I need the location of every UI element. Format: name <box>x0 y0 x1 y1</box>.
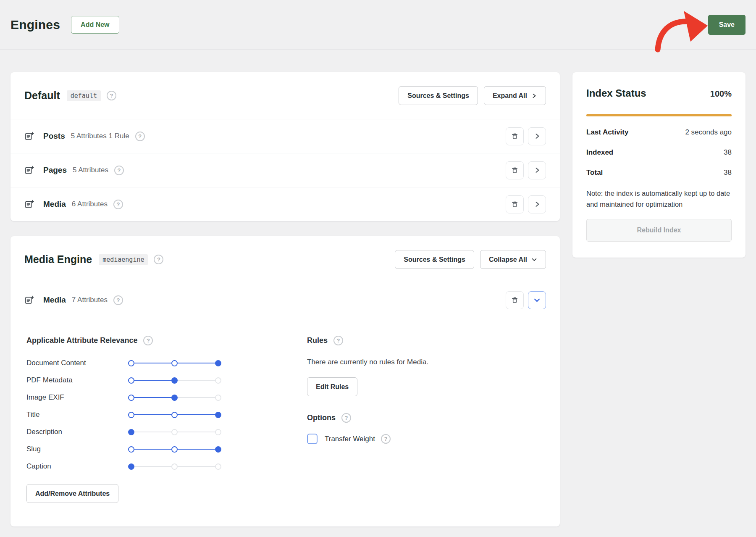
attribute-label: Image EXIF <box>26 393 128 402</box>
relevance-slider[interactable] <box>128 463 221 470</box>
engine-slug-tag: mediaengine <box>99 254 148 265</box>
chevron-right-icon <box>531 93 537 99</box>
transfer-weight-label: Transfer Weight <box>325 435 375 443</box>
index-progress-percent: 100% <box>710 89 732 99</box>
help-icon[interactable]: ? <box>113 200 123 209</box>
attribute-relevance-row: Description <box>26 427 307 437</box>
attribute-relevance-row: PDF Metadata <box>26 375 307 385</box>
source-row-posts: Posts 5 Attributes 1 Rule ? <box>10 119 560 153</box>
document-plus-icon <box>24 132 34 141</box>
collapse-source-button[interactable] <box>528 291 546 309</box>
expand-source-button[interactable] <box>528 161 546 179</box>
help-icon[interactable]: ? <box>135 132 145 141</box>
top-bar: Engines Add New Save <box>0 0 756 50</box>
document-plus-icon <box>24 295 34 305</box>
stat-label: Total <box>586 168 603 177</box>
source-row-pages: Pages 5 Attributes ? <box>10 153 560 187</box>
engine-title: Media Engine <box>24 253 92 266</box>
engine-card-default: Default default ? Sources & Settings Exp… <box>10 72 560 221</box>
collapse-all-button[interactable]: Collapse All <box>480 250 546 269</box>
index-stat-row: Indexed 38 <box>586 147 732 158</box>
help-icon[interactable]: ? <box>381 434 391 444</box>
attribute-label: Slug <box>26 445 128 453</box>
source-meta: 6 Attributes <box>72 200 108 208</box>
help-icon[interactable]: ? <box>114 166 124 175</box>
chevron-down-icon <box>533 297 541 304</box>
relevance-slider[interactable] <box>128 429 221 435</box>
add-remove-attributes-button[interactable]: Add/Remove Attributes <box>26 484 118 503</box>
chevron-right-icon <box>534 133 541 140</box>
source-name: Posts <box>43 132 65 141</box>
trash-icon <box>511 200 519 208</box>
delete-source-button[interactable] <box>506 291 524 309</box>
index-stat-row: Last Activity 2 seconds ago <box>586 127 732 137</box>
expand-all-button[interactable]: Expand All <box>484 86 546 105</box>
sources-settings-button[interactable]: Sources & Settings <box>395 250 474 269</box>
rebuild-index-button[interactable]: Rebuild Index <box>586 219 732 242</box>
attribute-relevance-row: Image EXIF <box>26 392 307 403</box>
delete-source-button[interactable] <box>506 127 524 145</box>
attribute-label: PDF Metadata <box>26 376 128 384</box>
engine-title: Default <box>24 90 60 102</box>
stat-value: 38 <box>724 168 732 177</box>
index-status-card: Index Status 100% Last Activity 2 second… <box>572 72 746 258</box>
help-icon[interactable]: ? <box>143 336 153 345</box>
page-title: Engines <box>10 18 60 32</box>
delete-source-button[interactable] <box>506 161 524 179</box>
chevron-right-icon <box>534 167 541 174</box>
transfer-weight-option: Transfer Weight ? <box>307 434 546 444</box>
add-new-button[interactable]: Add New <box>71 16 119 34</box>
attribute-relevance-row: Document Content <box>26 358 307 368</box>
index-progress-bar <box>586 114 732 116</box>
stat-label: Indexed <box>586 148 613 157</box>
help-icon[interactable]: ? <box>154 255 163 264</box>
expand-source-button[interactable] <box>528 195 546 213</box>
stat-value: 38 <box>724 148 732 157</box>
help-icon[interactable]: ? <box>107 91 116 100</box>
stat-value: 2 seconds ago <box>685 128 732 137</box>
delete-source-button[interactable] <box>506 195 524 213</box>
expand-source-button[interactable] <box>528 127 546 145</box>
source-meta: 5 Attributes <box>73 166 108 174</box>
engine-slug-tag: default <box>67 90 101 101</box>
attribute-label: Document Content <box>26 359 128 367</box>
attribute-label: Title <box>26 411 128 419</box>
source-meta: 7 Attributes <box>72 296 108 304</box>
help-icon[interactable]: ? <box>113 295 123 305</box>
index-status-title: Index Status <box>586 87 646 99</box>
relevance-section-title: Applicable Attribute Relevance <box>26 336 137 345</box>
relevance-slider[interactable] <box>128 395 221 401</box>
sources-settings-button[interactable]: Sources & Settings <box>399 86 478 105</box>
source-name: Media <box>43 295 66 305</box>
save-button[interactable]: Save <box>708 15 746 35</box>
transfer-weight-checkbox[interactable] <box>307 434 318 444</box>
help-icon[interactable]: ? <box>341 413 351 423</box>
help-icon[interactable]: ? <box>333 336 343 345</box>
red-arrow-annotation <box>653 6 712 54</box>
chevron-right-icon <box>534 201 541 208</box>
source-name: Media <box>43 200 66 209</box>
source-row-media-expanded: Media 7 Attributes ? <box>10 283 560 317</box>
relevance-slider[interactable] <box>128 360 221 366</box>
attribute-label: Description <box>26 428 128 436</box>
index-note: Note: the index is automatically kept up… <box>586 188 732 210</box>
attribute-label: Caption <box>26 462 128 471</box>
edit-rules-button[interactable]: Edit Rules <box>307 377 357 396</box>
relevance-slider[interactable] <box>128 446 221 453</box>
media-source-detail: Applicable Attribute Relevance ? Documen… <box>10 317 560 526</box>
trash-icon <box>511 296 519 304</box>
relevance-slider[interactable] <box>128 412 221 418</box>
trash-icon <box>511 132 519 140</box>
engine-card-mediaengine: Media Engine mediaengine ? Sources & Set… <box>10 236 560 526</box>
rules-empty-message: There are currently no rules for Media. <box>307 358 546 366</box>
source-name: Pages <box>43 166 67 175</box>
stat-label: Last Activity <box>586 128 628 137</box>
relevance-slider[interactable] <box>128 377 221 384</box>
options-section-title: Options <box>307 413 336 422</box>
source-row-media: Media 6 Attributes ? <box>10 187 560 221</box>
chevron-down-icon <box>531 257 537 263</box>
source-meta: 5 Attributes 1 Rule <box>71 132 129 140</box>
attribute-relevance-row: Slug <box>26 444 307 454</box>
attribute-relevance-row: Title <box>26 410 307 420</box>
rules-section-title: Rules <box>307 336 328 345</box>
